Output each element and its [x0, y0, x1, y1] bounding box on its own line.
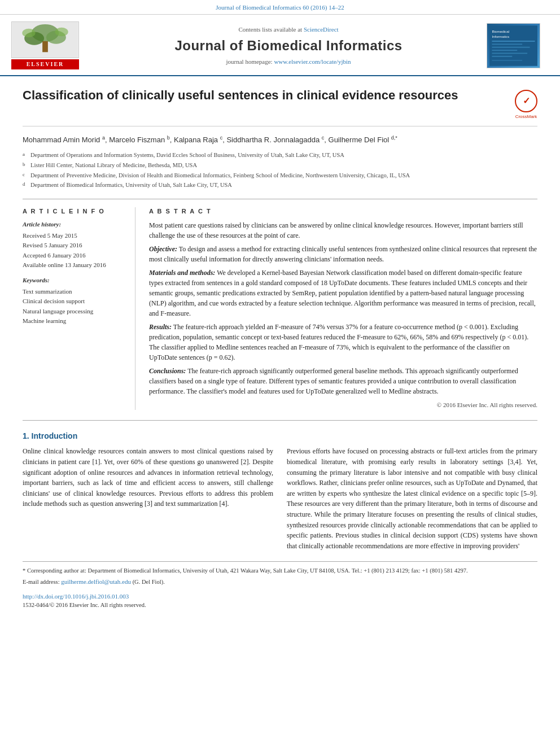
article-info-heading: A R T I C L E I N F O	[23, 207, 126, 216]
journal-header: ELSEVIER Contents lists available at Sci…	[0, 15, 560, 76]
abstract-methods: Materials and methods: We developed a Ke…	[149, 268, 537, 318]
keywords-section: Keywords: Text summarization Clinical de…	[23, 276, 126, 325]
author-jonnalagadda: Siddhartha R. Jonnalagadda c	[226, 136, 324, 144]
keyword-4: Machine learning	[23, 317, 126, 325]
author-fiszman: Marcelo Fiszman b	[109, 136, 170, 144]
rights-text: 1532-0464/© 2016 Elsevier Inc. All right…	[23, 601, 537, 610]
sciencedirect-link[interactable]: ScienceDirect	[304, 26, 339, 33]
affiliation-d: d Department of Biomedical Informatics, …	[23, 181, 537, 190]
section-divider	[23, 420, 537, 421]
svg-rect-12	[492, 47, 530, 48]
article-history: Article history: Received 5 May 2015 Rev…	[23, 220, 126, 269]
contents-available-line: Contents lists available at ScienceDirec…	[102, 25, 475, 34]
journal-citation-bar: Journal of Biomedical Informatics 60 (20…	[0, 0, 560, 15]
intro-right-text: Previous efforts have focused on process…	[287, 446, 537, 551]
journal-homepage-line: journal homepage: www.elsevier.com/locat…	[102, 58, 475, 66]
abstract-column: A B S T R A C T Most patient care questi…	[149, 207, 537, 410]
svg-point-5	[22, 29, 35, 38]
journal-header-center: Contents lists available at ScienceDirec…	[90, 25, 487, 66]
elsevier-logo-area: ELSEVIER	[11, 21, 90, 69]
abstract-objective: Objective: To design and assess a method…	[149, 244, 537, 264]
svg-rect-16	[492, 60, 522, 61]
svg-text:Biomedical: Biomedical	[492, 29, 509, 33]
keyword-2: Clinical decision support	[23, 297, 126, 305]
elsevier-tree-image	[11, 21, 79, 58]
svg-rect-14	[492, 53, 527, 54]
email-line: E-mail address: guilherme.delfiol@utah.e…	[23, 578, 537, 587]
affiliations-section: a Department of Operations and Informati…	[23, 151, 537, 190]
intro-left-col: Online clinical knowledge resources cont…	[23, 446, 273, 551]
crossmark-label: CrossMark	[515, 113, 537, 120]
affiliation-a: a Department of Operations and Informati…	[23, 151, 537, 160]
article-info-abstract-section: A R T I C L E I N F O Article history: R…	[23, 199, 537, 410]
intro-section: 1. Introduction Online clinical knowledg…	[23, 431, 537, 552]
keywords-title: Keywords:	[23, 276, 126, 285]
svg-rect-4	[42, 41, 48, 52]
svg-text:Informatics: Informatics	[492, 34, 509, 38]
history-online: Available online 13 January 2016	[23, 261, 126, 269]
keyword-1: Text summarization	[23, 287, 126, 296]
article-title: Classification of clinically useful sent…	[23, 88, 504, 104]
journal-thumb-area: Biomedical Informatics	[487, 23, 543, 68]
keyword-3: Natural language processing	[23, 307, 126, 316]
intro-left-text: Online clinical knowledge resources cont…	[23, 446, 273, 509]
authors-line: Mohammad Amin Morid a, Marcelo Fiszman b…	[23, 134, 537, 146]
main-content: Classification of clinically useful sent…	[0, 76, 560, 621]
affiliation-c: c Department of Preventive Medicine, Div…	[23, 171, 537, 180]
article-info-column: A R T I C L E I N F O Article history: R…	[23, 207, 135, 410]
corresponding-note: * Corresponding author at: Department of…	[23, 566, 537, 575]
author-email-link[interactable]: guilherme.delfiol@utah.edu	[61, 578, 131, 585]
svg-rect-13	[492, 50, 517, 51]
journal-citation-text: Journal of Biomedical Informatics 60 (20…	[216, 4, 344, 11]
history-title: Article history:	[23, 220, 126, 229]
author-delfiol: Guilherme Del Fiol d,*	[329, 136, 397, 144]
history-received: Received 5 May 2015	[23, 231, 126, 240]
journal-title: Journal of Biomedical Informatics	[102, 36, 475, 55]
intro-two-col: Online clinical knowledge resources cont…	[23, 446, 537, 551]
elsevier-logo: ELSEVIER	[11, 21, 90, 69]
crossmark-badge: ✓ CrossMark	[515, 90, 537, 120]
abstract-intro: Most patient care questions raised by cl…	[149, 220, 537, 241]
journal-url-link[interactable]: www.elsevier.com/locate/yjbin	[274, 58, 351, 65]
svg-rect-11	[492, 43, 522, 45]
svg-rect-15	[492, 56, 512, 57]
intro-section-title: 1. Introduction	[23, 431, 537, 442]
author-morid: Mohammad Amin Morid a	[23, 136, 105, 144]
abstract-copyright: © 2016 Elsevier Inc. All rights reserved…	[149, 401, 537, 409]
abstract-results: Results: The feature-rich approach yield…	[149, 322, 537, 362]
elsevier-text: ELSEVIER	[11, 59, 79, 69]
svg-point-6	[55, 28, 68, 37]
history-revised: Revised 5 January 2016	[23, 241, 126, 250]
journal-thumbnail: Biomedical Informatics	[487, 23, 540, 68]
abstract-heading: A B S T R A C T	[149, 207, 537, 216]
intro-right-col: Previous efforts have focused on process…	[287, 446, 537, 551]
affiliation-b: b Lister Hill Center, National Library o…	[23, 161, 537, 170]
crossmark-icon: ✓	[515, 90, 537, 112]
svg-rect-10	[492, 41, 535, 42]
doi-link[interactable]: http://dx.doi.org/10.1016/j.jbi.2016.01.…	[23, 593, 129, 600]
history-accepted: Accepted 6 January 2016	[23, 251, 126, 260]
abstract-conclusions: Conclusions: The feature-rich approach s…	[149, 366, 537, 396]
author-raja: Kalpana Raja c	[174, 136, 222, 144]
footer-section: * Corresponding author at: Department of…	[23, 561, 537, 609]
article-title-section: Classification of clinically useful sent…	[23, 88, 537, 126]
